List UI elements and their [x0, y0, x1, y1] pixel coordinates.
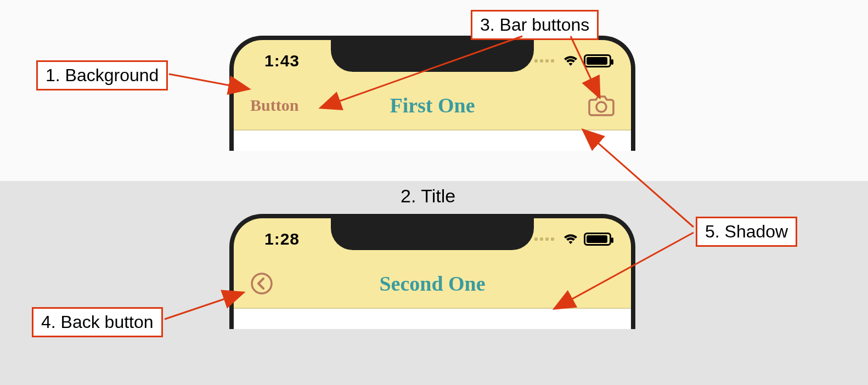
nav-title: First One: [390, 93, 475, 117]
status-bar: 1:28: [234, 218, 631, 259]
signal-dots-icon: [534, 237, 554, 241]
svg-point-0: [596, 102, 606, 112]
callout-bar-buttons: 3. Bar buttons: [471, 10, 599, 40]
phone-mockup-second: 1:28 Second One: [229, 214, 635, 329]
status-indicators: [534, 54, 611, 67]
navigation-bar: Button First One: [234, 81, 631, 131]
callout-background: 1. Background: [36, 60, 168, 90]
callout-back-button: 4. Back button: [32, 307, 163, 337]
nav-left-button[interactable]: Button: [250, 96, 298, 115]
wifi-icon: [563, 55, 578, 67]
status-time: 1:28: [264, 230, 300, 248]
diagram-stage: 1:43 Button First One: [0, 0, 868, 385]
battery-icon: [584, 54, 611, 67]
camera-icon[interactable]: [588, 94, 615, 116]
status-bar: 1:43: [234, 40, 631, 81]
signal-dots-icon: [534, 59, 554, 63]
content-area: [234, 131, 631, 151]
status-indicators: [534, 233, 611, 246]
phone-mockup-first: 1:43 Button First One: [229, 36, 635, 151]
content-area: [234, 309, 631, 329]
callout-title: 2. Title: [401, 185, 455, 207]
battery-icon: [584, 233, 611, 246]
navigation-bar: Second One: [234, 259, 631, 309]
callout-shadow: 5. Shadow: [696, 217, 797, 247]
back-button-icon[interactable]: [250, 272, 273, 295]
status-time: 1:43: [264, 52, 300, 70]
svg-point-1: [252, 274, 272, 293]
wifi-icon: [563, 233, 578, 245]
nav-title: Second One: [379, 271, 485, 296]
